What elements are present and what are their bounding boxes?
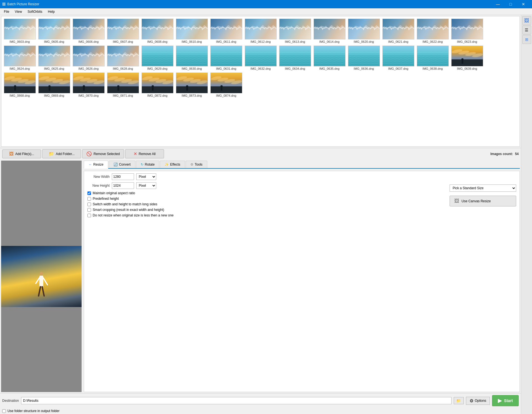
thumbnail-label: IMG_0629.dng bbox=[142, 67, 173, 70]
width-input[interactable] bbox=[112, 173, 134, 180]
browse-button[interactable]: 📁 bbox=[454, 397, 464, 404]
thumbnail-label: IMG_0630.dng bbox=[176, 67, 208, 70]
thumbnail-item[interactable]: IMG_0874.dng bbox=[210, 72, 243, 98]
remove-selected-button[interactable]: 🚫 Remove Selected bbox=[82, 149, 124, 158]
thumbnail-item[interactable]: IMG_0608.dng bbox=[141, 18, 174, 44]
thumbnail-label: IMG_0613.dng bbox=[279, 40, 311, 43]
smart-crop-checkbox[interactable] bbox=[87, 208, 91, 212]
sidebar-thumbnail-view[interactable]: 🖼 bbox=[522, 16, 531, 25]
thumbnail-item[interactable]: IMG_0625.dng bbox=[37, 45, 71, 71]
maximize-button[interactable]: □ bbox=[504, 0, 517, 8]
thumbnail-canvas bbox=[73, 19, 105, 39]
titlebar-controls: — □ ✕ bbox=[491, 0, 530, 8]
thumbnail-item[interactable]: IMG_0605.dng bbox=[37, 18, 71, 44]
thumbnail-item[interactable]: IMG_0628.dng bbox=[106, 45, 140, 71]
thumbnail-item[interactable]: IMG_0636.dng bbox=[347, 45, 380, 71]
thumbnail-canvas bbox=[73, 73, 105, 93]
bottom-section: ↔ Resize 🔄 Convert ↻ Rotate ✨ bbox=[0, 159, 521, 414]
thumbnail-item[interactable]: IMG_0624.dng bbox=[3, 45, 36, 71]
no-resize-checkbox[interactable] bbox=[87, 214, 91, 217]
sidebar-grid-view[interactable]: ⊞ bbox=[522, 35, 531, 44]
thumbnail-item[interactable]: IMG_0620.dng bbox=[347, 18, 380, 44]
thumbnail-item[interactable]: IMG_0614.dng bbox=[313, 18, 346, 44]
thumbnail-item[interactable]: IMG_0635.dng bbox=[313, 45, 346, 71]
thumbnail-item[interactable]: IMG_0634.dng bbox=[278, 45, 312, 71]
thumbnail-item[interactable]: IMG_0631.dng bbox=[210, 45, 243, 71]
thumbnail-label: IMG_0870.dng bbox=[73, 94, 105, 97]
thumbnail-item[interactable]: IMG_0870.dng bbox=[72, 72, 105, 98]
options-label: Options bbox=[475, 399, 486, 403]
thumbnail-item[interactable]: IMG_0869.dng bbox=[37, 72, 71, 98]
thumbnail-item[interactable]: IMG_0611.dng bbox=[210, 18, 243, 44]
thumbnail-canvas bbox=[417, 46, 449, 66]
thumbnail-item[interactable]: IMG_0612.dng bbox=[244, 18, 277, 44]
thumbnail-item[interactable]: IMG_0638.dng bbox=[416, 45, 449, 71]
thumbnail-canvas bbox=[73, 46, 105, 66]
thumbnail-item[interactable]: IMG_0606.dng bbox=[72, 18, 105, 44]
thumbnail-label: IMG_0606.dng bbox=[73, 40, 105, 43]
destination-input[interactable] bbox=[21, 397, 452, 404]
menu-file[interactable]: File bbox=[1, 9, 12, 14]
thumbnail-item[interactable]: IMG_0871.dng bbox=[106, 72, 140, 98]
tab-convert[interactable]: 🔄 Convert bbox=[109, 161, 135, 168]
thumbnail-item[interactable]: IMG_0621.dng bbox=[382, 18, 415, 44]
thumbnail-canvas bbox=[417, 19, 449, 39]
thumbnail-canvas bbox=[38, 46, 70, 66]
thumbnail-item[interactable]: IMG_0613.dng bbox=[278, 18, 312, 44]
sidebar-list-view[interactable]: ☰ bbox=[522, 26, 531, 34]
start-button[interactable]: ▶ Start bbox=[492, 395, 519, 406]
width-unit-select[interactable]: Pixel Percent Cm Inch bbox=[136, 173, 156, 180]
switch-wh-checkbox[interactable] bbox=[87, 203, 91, 206]
add-files-button[interactable]: 🖼 Add File(s)... bbox=[2, 149, 41, 158]
thumbnail-item[interactable]: IMG_0630.dng bbox=[175, 45, 208, 71]
thumbnail-item[interactable]: IMG_0632.dng bbox=[244, 45, 277, 71]
resize-tab-icon: ↔ bbox=[89, 163, 92, 166]
tab-effects[interactable]: ✨ Effects bbox=[160, 161, 185, 168]
thumbnail-canvas bbox=[107, 46, 139, 66]
thumbnail-item[interactable]: IMG_0637.dng bbox=[382, 45, 415, 71]
thumbnail-item[interactable]: IMG_0626.dng bbox=[72, 45, 105, 71]
add-folder-label: Add Folder... bbox=[56, 152, 75, 156]
maintain-aspect-row: Maintain original aspect ratio bbox=[87, 191, 442, 195]
thumbnail-item[interactable]: IMG_0610.dng bbox=[175, 18, 208, 44]
add-folder-button[interactable]: 📁 Add Folder... bbox=[42, 149, 81, 158]
app-title: Batch Picture Resizer bbox=[7, 2, 39, 6]
thumbnail-item[interactable]: IMG_0639.dng bbox=[450, 45, 484, 71]
menu-softorbits[interactable]: SoftOrbits bbox=[25, 9, 45, 14]
thumbnail-item[interactable]: IMG_0872.dng bbox=[141, 72, 174, 98]
thumbnail-item[interactable]: IMG_0623.dng bbox=[450, 18, 484, 44]
height-unit-select[interactable]: Pixel Percent Cm Inch bbox=[136, 182, 156, 189]
preview-image bbox=[1, 246, 82, 307]
predefined-height-checkbox[interactable] bbox=[87, 197, 91, 201]
height-input[interactable] bbox=[112, 182, 134, 189]
tab-resize[interactable]: ↔ Resize bbox=[84, 161, 108, 169]
width-row: New Width Pixel Percent Cm Inch bbox=[87, 173, 442, 180]
maintain-aspect-checkbox[interactable] bbox=[87, 191, 91, 195]
tab-rotate[interactable]: ↻ Rotate bbox=[136, 161, 159, 168]
svg-rect-1 bbox=[39, 276, 43, 287]
tools-tab-label: Tools bbox=[195, 163, 203, 166]
thumbnail-item[interactable]: IMG_0603.dng bbox=[3, 18, 36, 44]
menu-view[interactable]: View bbox=[12, 9, 25, 14]
thumbnail-item[interactable]: IMG_0629.dng bbox=[141, 45, 174, 71]
thumbnail-item[interactable]: IMG_0622.dng bbox=[416, 18, 449, 44]
thumbnail-canvas bbox=[107, 19, 139, 39]
thumbnail-grid[interactable]: IMG_0603.dngIMG_0605.dngIMG_0606.dngIMG_… bbox=[1, 16, 520, 147]
options-button[interactable]: ⚙ Options bbox=[466, 397, 490, 405]
remove-all-button[interactable]: ✕ Remove All bbox=[125, 149, 164, 158]
folder-structure-checkbox[interactable] bbox=[2, 409, 6, 413]
thumbnail-item[interactable]: IMG_0868.dng bbox=[3, 72, 36, 98]
standard-size-select[interactable]: Pick a Standard Size 640x480 800x600 102… bbox=[450, 184, 516, 192]
minimize-button[interactable]: — bbox=[491, 0, 504, 8]
canvas-resize-button[interactable]: 🖼 Use Canvas Resize bbox=[450, 196, 516, 206]
tab-tools[interactable]: ⚙ Tools bbox=[186, 161, 207, 168]
menu-help[interactable]: Help bbox=[45, 9, 58, 14]
svg-point-0 bbox=[40, 272, 43, 276]
thumbnail-item[interactable]: IMG_0873.dng bbox=[175, 72, 208, 98]
thumbnail-item[interactable]: IMG_0607.dng bbox=[106, 18, 140, 44]
thumbnail-label: IMG_0621.dng bbox=[382, 40, 414, 43]
thumbnail-canvas bbox=[142, 46, 173, 66]
close-button[interactable]: ✕ bbox=[517, 0, 530, 8]
image-area: IMG_0603.dngIMG_0605.dngIMG_0606.dngIMG_… bbox=[0, 15, 521, 414]
effects-tab-icon: ✨ bbox=[165, 163, 169, 166]
